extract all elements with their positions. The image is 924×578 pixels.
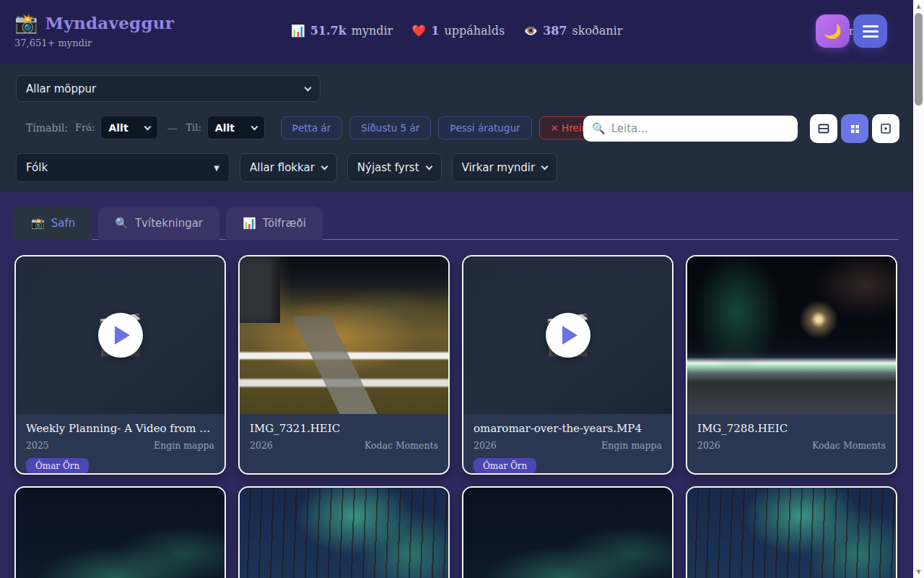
people-select-value: Fólk — [26, 161, 48, 174]
period-filter-row: Tímabil: Frá: Allt — Til: Allt Þetta ár … — [16, 116, 610, 139]
status-select[interactable]: Virkar myndir — [452, 153, 558, 182]
card-year: 2026 — [697, 440, 720, 451]
people-select[interactable]: Fólk ▼ — [16, 153, 230, 182]
card-title: IMG_7321.HEIC — [250, 422, 438, 435]
stat-views: 👁️ 387 skoðanir — [523, 24, 622, 38]
folder-select[interactable]: Allar möppur — [16, 75, 321, 102]
tab-gallery-label: Safn — [51, 217, 76, 230]
video-thumbnail: 🎬 — [463, 256, 672, 414]
last-5-years-button[interactable]: Síðustu 5 ár — [349, 116, 431, 139]
video-thumbnail: 🎬 — [16, 256, 225, 414]
stat-photos-value: 51.7k — [310, 24, 346, 38]
photo-card[interactable] — [238, 486, 450, 578]
camera-logo-icon: 📸 — [14, 14, 38, 33]
chevron-down-icon — [144, 123, 152, 130]
sort-select-value: Nýjast fyrst — [357, 161, 419, 174]
photo-thumbnail — [687, 488, 896, 578]
single-view-button[interactable] — [872, 114, 899, 143]
card-folder: Kodac Moments — [812, 440, 886, 451]
tab-gallery[interactable]: 📸 Safn — [14, 207, 92, 240]
play-icon — [115, 326, 130, 345]
quick-period-buttons: Þetta ár Síðustu 5 ár Þessi áratugur ✕ H… — [281, 116, 611, 139]
theme-toggle-button[interactable]: 🌙 — [816, 14, 850, 48]
card-title: IMG_7288.HEIC — [697, 422, 886, 435]
card-year: 2025 — [26, 440, 49, 451]
chevron-down-icon — [305, 84, 312, 91]
search-input[interactable] — [611, 122, 789, 135]
from-year-select[interactable]: Allt — [100, 116, 158, 139]
photo-card[interactable]: 🎬 omaromar-over-the-years.MP4 2026 Engin… — [462, 255, 674, 475]
heart-icon: ❤️ — [411, 24, 426, 38]
person-badge[interactable]: Ómar Örn — [474, 458, 536, 474]
filter-panel: Allar möppur Tímabil: Frá: Allt — Til: A… — [0, 64, 913, 192]
person-badge[interactable]: Ómar Örn — [26, 458, 89, 474]
card-year: 2026 — [250, 440, 273, 451]
to-year-value: Allt — [215, 122, 235, 134]
stat-views-label: skoðanir — [572, 24, 623, 38]
folder-select-value: Allar möppur — [26, 82, 96, 95]
photo-grid: 🎬 Weekly Planning- A Video from The 7 Ha… — [14, 255, 899, 578]
sort-select[interactable]: Nýjast fyrst — [347, 153, 442, 182]
scroll-up-arrow[interactable]: ▲ — [913, 3, 924, 9]
view-mode-buttons — [810, 114, 899, 143]
grid-view-icon — [850, 124, 860, 134]
header-stats: 📊 51.7k myndir ❤️ 1 uppáhalds 👁️ 387 sko… — [291, 24, 623, 38]
app-title: Myndaveggur — [45, 13, 174, 33]
from-label: Frá: — [75, 122, 95, 133]
search-icon: 🔍 — [592, 122, 606, 135]
photo-card[interactable] — [686, 486, 897, 578]
moon-icon: 🌙 — [824, 22, 842, 40]
chevron-down-icon — [425, 163, 432, 171]
tab-statistics[interactable]: 📊 Tölfræði — [226, 207, 323, 240]
photo-card[interactable]: 🎬 Weekly Planning- A Video from The 7 Ha… — [14, 255, 226, 475]
this-decade-button[interactable]: Þessi áratugur — [438, 116, 531, 139]
camera-icon: 📸 — [31, 217, 45, 230]
tab-duplicates[interactable]: 🔍 Tvítekningar — [98, 207, 219, 240]
chevron-down-icon — [250, 123, 258, 130]
tab-duplicates-label: Tvítekningar — [135, 217, 203, 230]
range-dash: — — [167, 122, 177, 134]
single-view-icon — [880, 123, 892, 134]
grid-view-button[interactable] — [841, 114, 868, 143]
card-folder: Engin mappa — [601, 440, 662, 451]
card-folder: Engin mappa — [154, 440, 214, 451]
stat-favorites-label: uppáhalds — [444, 24, 505, 38]
stat-photos-label: myndir — [352, 24, 393, 38]
hamburger-icon — [863, 25, 879, 27]
hamburger-menu-button[interactable] — [853, 14, 887, 48]
play-button[interactable] — [546, 313, 590, 358]
photo-card[interactable] — [462, 486, 674, 578]
photo-card[interactable]: IMG_7321.HEIC 2026 Kodac Moments — [238, 255, 450, 475]
stat-photos: 📊 51.7k myndir — [291, 24, 393, 38]
chevron-down-icon — [321, 163, 328, 171]
tab-bar: 📸 Safn 🔍 Tvítekningar 📊 Tölfræði — [14, 207, 323, 240]
magnifier-icon: 🔍 — [115, 217, 128, 230]
app-header: 📸 Myndaveggur 37,651+ myndir 📊 51.7k myn… — [0, 0, 913, 64]
app-brand: 📸 Myndaveggur — [14, 13, 174, 33]
bar-chart-icon: 📊 — [291, 24, 305, 38]
triangle-down-icon: ▼ — [214, 164, 219, 172]
category-select[interactable]: Allar flokkar — [240, 153, 337, 182]
this-year-button[interactable]: Þetta ár — [281, 116, 342, 139]
chevron-down-icon — [541, 163, 549, 171]
play-button[interactable] — [98, 313, 143, 358]
scrollbar-thumb[interactable] — [915, 13, 923, 105]
tab-statistics-label: Tölfræði — [263, 217, 306, 230]
period-label: Tímabil: — [26, 122, 68, 134]
chart-icon: 📊 — [243, 217, 256, 230]
category-select-value: Allar flokkar — [250, 161, 315, 174]
from-year-value: Allt — [108, 122, 128, 134]
list-view-button[interactable] — [810, 114, 837, 143]
vertical-scrollbar[interactable]: ▲ ▼ — [913, 0, 924, 578]
list-view-icon — [818, 123, 829, 134]
to-label: Til: — [186, 122, 201, 133]
photo-count-subtitle: 37,651+ myndir — [14, 38, 92, 48]
card-title: Weekly Planning- A Video from The 7 Habi… — [26, 422, 214, 435]
stat-favorites-value: 1 — [431, 24, 439, 38]
photo-card[interactable]: IMG_7288.HEIC 2026 Kodac Moments — [686, 255, 897, 475]
photo-thumbnail — [687, 256, 896, 414]
scroll-down-arrow[interactable]: ▼ — [913, 569, 924, 575]
photo-card[interactable] — [14, 486, 226, 578]
to-year-select[interactable]: Allt — [207, 116, 265, 139]
photo-thumbnail — [240, 256, 448, 414]
